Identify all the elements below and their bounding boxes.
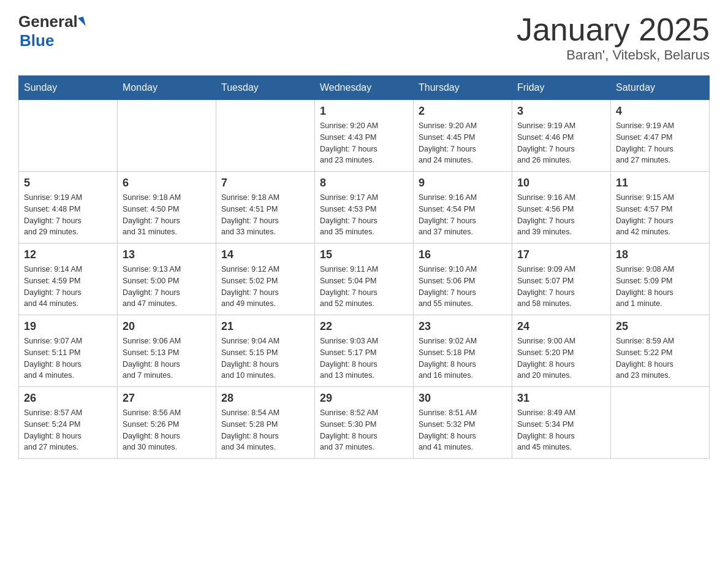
day-info: Sunrise: 9:19 AM Sunset: 4:47 PM Dayligh… [616,120,704,166]
day-info: Sunrise: 9:19 AM Sunset: 4:48 PM Dayligh… [24,192,112,238]
week-row-4: 19Sunrise: 9:07 AM Sunset: 5:11 PM Dayli… [19,315,710,387]
day-number: 4 [616,105,704,118]
day-number: 7 [221,177,309,190]
day-number: 8 [320,177,408,190]
day-info: Sunrise: 9:06 AM Sunset: 5:13 PM Dayligh… [123,335,211,381]
day-cell-23: 23Sunrise: 9:02 AM Sunset: 5:18 PM Dayli… [414,315,512,387]
day-cell-27: 27Sunrise: 8:56 AM Sunset: 5:26 PM Dayli… [118,387,216,459]
day-info: Sunrise: 9:08 AM Sunset: 5:09 PM Dayligh… [616,264,704,310]
day-number: 3 [517,105,605,118]
day-number: 20 [123,320,211,333]
day-number: 26 [24,392,112,405]
day-info: Sunrise: 8:51 AM Sunset: 5:32 PM Dayligh… [419,407,507,453]
day-number: 22 [320,320,408,333]
day-number: 17 [517,248,605,261]
title-block: January 2025 Baran', Vitebsk, Belarus [517,12,710,63]
day-cell-18: 18Sunrise: 9:08 AM Sunset: 5:09 PM Dayli… [611,243,710,315]
day-cell-29: 29Sunrise: 8:52 AM Sunset: 5:30 PM Dayli… [315,387,414,459]
calendar-subtitle: Baran', Vitebsk, Belarus [517,47,710,63]
day-cell-20: 20Sunrise: 9:06 AM Sunset: 5:13 PM Dayli… [118,315,216,387]
day-info: Sunrise: 9:16 AM Sunset: 4:56 PM Dayligh… [517,192,605,238]
day-info: Sunrise: 9:14 AM Sunset: 4:59 PM Dayligh… [24,264,112,310]
logo-triangle-icon [78,17,86,28]
day-number: 25 [616,320,704,333]
day-cell-4: 4Sunrise: 9:19 AM Sunset: 4:47 PM Daylig… [611,100,710,172]
day-number: 9 [419,177,507,190]
empty-cell [118,100,216,172]
day-cell-3: 3Sunrise: 9:19 AM Sunset: 4:46 PM Daylig… [512,100,611,172]
day-info: Sunrise: 9:20 AM Sunset: 4:45 PM Dayligh… [419,120,507,166]
day-info: Sunrise: 9:16 AM Sunset: 4:54 PM Dayligh… [419,192,507,238]
day-number: 30 [419,392,507,405]
day-number: 2 [419,105,507,118]
day-cell-24: 24Sunrise: 9:00 AM Sunset: 5:20 PM Dayli… [512,315,611,387]
day-cell-7: 7Sunrise: 9:18 AM Sunset: 4:51 PM Daylig… [216,172,315,243]
day-info: Sunrise: 9:02 AM Sunset: 5:18 PM Dayligh… [419,335,507,381]
column-header-friday: Friday [512,76,611,100]
day-number: 13 [123,248,211,261]
day-cell-6: 6Sunrise: 9:18 AM Sunset: 4:50 PM Daylig… [118,172,216,243]
day-cell-25: 25Sunrise: 8:59 AM Sunset: 5:22 PM Dayli… [611,315,710,387]
day-number: 24 [517,320,605,333]
calendar-title: January 2025 [517,12,710,47]
day-info: Sunrise: 9:12 AM Sunset: 5:02 PM Dayligh… [221,264,309,310]
day-cell-28: 28Sunrise: 8:54 AM Sunset: 5:28 PM Dayli… [216,387,315,459]
day-info: Sunrise: 8:56 AM Sunset: 5:26 PM Dayligh… [123,407,211,453]
day-info: Sunrise: 8:52 AM Sunset: 5:30 PM Dayligh… [320,407,408,453]
day-info: Sunrise: 9:10 AM Sunset: 5:06 PM Dayligh… [419,264,507,310]
day-cell-19: 19Sunrise: 9:07 AM Sunset: 5:11 PM Dayli… [19,315,118,387]
day-cell-22: 22Sunrise: 9:03 AM Sunset: 5:17 PM Dayli… [315,315,414,387]
day-cell-10: 10Sunrise: 9:16 AM Sunset: 4:56 PM Dayli… [512,172,611,243]
logo: General Blue [18,12,85,50]
column-header-monday: Monday [118,76,216,100]
day-cell-13: 13Sunrise: 9:13 AM Sunset: 5:00 PM Dayli… [118,243,216,315]
day-number: 16 [419,248,507,261]
day-cell-1: 1Sunrise: 9:20 AM Sunset: 4:43 PM Daylig… [315,100,414,172]
day-info: Sunrise: 9:18 AM Sunset: 4:51 PM Dayligh… [221,192,309,238]
day-info: Sunrise: 9:11 AM Sunset: 5:04 PM Dayligh… [320,264,408,310]
day-number: 11 [616,177,704,190]
day-cell-11: 11Sunrise: 9:15 AM Sunset: 4:57 PM Dayli… [611,172,710,243]
day-info: Sunrise: 8:59 AM Sunset: 5:22 PM Dayligh… [616,335,704,381]
day-cell-12: 12Sunrise: 9:14 AM Sunset: 4:59 PM Dayli… [19,243,118,315]
day-number: 29 [320,392,408,405]
day-cell-26: 26Sunrise: 8:57 AM Sunset: 5:24 PM Dayli… [19,387,118,459]
day-info: Sunrise: 9:07 AM Sunset: 5:11 PM Dayligh… [24,335,112,381]
day-info: Sunrise: 9:17 AM Sunset: 4:53 PM Dayligh… [320,192,408,238]
day-number: 10 [517,177,605,190]
day-cell-17: 17Sunrise: 9:09 AM Sunset: 5:07 PM Dayli… [512,243,611,315]
day-info: Sunrise: 9:04 AM Sunset: 5:15 PM Dayligh… [221,335,309,381]
day-number: 1 [320,105,408,118]
day-number: 19 [24,320,112,333]
day-cell-31: 31Sunrise: 8:49 AM Sunset: 5:34 PM Dayli… [512,387,611,459]
page-header: General Blue January 2025 Baran', Vitebs… [18,12,710,63]
column-header-sunday: Sunday [19,76,118,100]
empty-cell [19,100,118,172]
day-info: Sunrise: 9:13 AM Sunset: 5:00 PM Dayligh… [123,264,211,310]
day-number: 14 [221,248,309,261]
day-info: Sunrise: 8:49 AM Sunset: 5:34 PM Dayligh… [517,407,605,453]
day-cell-2: 2Sunrise: 9:20 AM Sunset: 4:45 PM Daylig… [414,100,512,172]
day-cell-30: 30Sunrise: 8:51 AM Sunset: 5:32 PM Dayli… [414,387,512,459]
calendar-table: SundayMondayTuesdayWednesdayThursdayFrid… [18,75,710,459]
day-number: 5 [24,177,112,190]
day-cell-5: 5Sunrise: 9:19 AM Sunset: 4:48 PM Daylig… [19,172,118,243]
calendar-header-row: SundayMondayTuesdayWednesdayThursdayFrid… [19,76,710,100]
day-info: Sunrise: 9:19 AM Sunset: 4:46 PM Dayligh… [517,120,605,166]
day-number: 31 [517,392,605,405]
logo-general-text: General [18,12,78,31]
day-number: 12 [24,248,112,261]
empty-cell [216,100,315,172]
column-header-thursday: Thursday [414,76,512,100]
day-info: Sunrise: 9:20 AM Sunset: 4:43 PM Dayligh… [320,120,408,166]
day-info: Sunrise: 9:18 AM Sunset: 4:50 PM Dayligh… [123,192,211,238]
empty-cell [611,387,710,459]
day-cell-9: 9Sunrise: 9:16 AM Sunset: 4:54 PM Daylig… [414,172,512,243]
day-info: Sunrise: 8:57 AM Sunset: 5:24 PM Dayligh… [24,407,112,453]
day-number: 27 [123,392,211,405]
day-info: Sunrise: 8:54 AM Sunset: 5:28 PM Dayligh… [221,407,309,453]
day-cell-14: 14Sunrise: 9:12 AM Sunset: 5:02 PM Dayli… [216,243,315,315]
day-cell-16: 16Sunrise: 9:10 AM Sunset: 5:06 PM Dayli… [414,243,512,315]
week-row-1: 1Sunrise: 9:20 AM Sunset: 4:43 PM Daylig… [19,100,710,172]
column-header-tuesday: Tuesday [216,76,315,100]
